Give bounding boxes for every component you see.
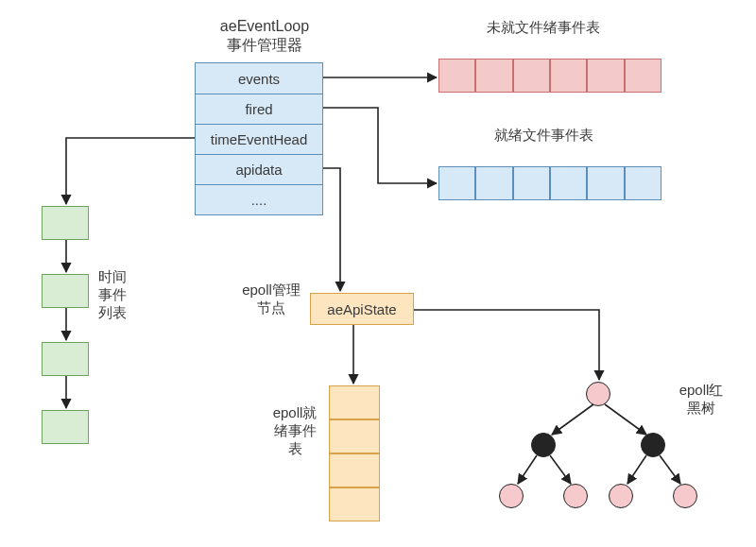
time-event-node-3: [42, 342, 89, 376]
time-event-node-2: [42, 274, 89, 308]
rbtree-node-lr: [563, 484, 588, 508]
text: epoll红黑树: [679, 382, 724, 416]
rbtree-root: [586, 382, 610, 406]
struct-field-label: ....: [251, 192, 267, 208]
ready-file-table-label: 就绪文件事件表: [472, 127, 614, 145]
epoll-ready-table: [329, 385, 380, 521]
struct-row-events: events: [196, 63, 322, 94]
struct-title-zh: 事件管理器: [194, 36, 335, 55]
text: 未就文件绪事件表: [487, 19, 600, 35]
struct-field-label: apidata: [235, 162, 282, 178]
struct-field-label: events: [238, 71, 280, 87]
rbtree-node-l: [531, 433, 556, 457]
epoll-rbtree-label: epoll红黑树: [675, 382, 728, 418]
struct-field-label: fired: [245, 101, 272, 117]
text: epoll管理节点: [242, 282, 301, 316]
rbtree-node-rl: [609, 484, 633, 508]
struct-title: aeEventLoop 事件管理器: [194, 17, 335, 55]
struct-row-more: ....: [196, 184, 322, 214]
struct-row-fired: fired: [196, 94, 322, 124]
pending-file-table-label: 未就文件绪事件表: [472, 19, 614, 37]
time-event-node-1: [42, 206, 89, 240]
ready-file-table: [438, 166, 662, 200]
epoll-manager-label: epoll管理节点: [240, 282, 302, 317]
struct-row-timeeventhead: timeEventHead: [196, 124, 322, 154]
ae-api-state: aeApiState: [310, 293, 414, 325]
text: epoll就绪事件表: [273, 404, 318, 456]
ae-event-loop-struct: events fired timeEventHead apidata ....: [195, 62, 323, 215]
epoll-ready-label: epoll就绪事件表: [270, 404, 319, 457]
text: 就绪文件事件表: [494, 127, 593, 143]
time-event-node-4: [42, 410, 89, 444]
text: 时间事件列表: [98, 268, 136, 321]
pending-file-table: [438, 59, 662, 93]
text: aeApiState: [327, 301, 396, 317]
rbtree-node-ll: [499, 484, 524, 508]
struct-field-label: timeEventHead: [211, 131, 308, 147]
rbtree-node-rr: [673, 484, 697, 508]
struct-title-en: aeEventLoop: [194, 17, 335, 36]
rbtree-node-r: [641, 433, 665, 457]
struct-row-apidata: apidata: [196, 154, 322, 184]
time-event-list-label: 时间事件列表: [98, 268, 136, 321]
